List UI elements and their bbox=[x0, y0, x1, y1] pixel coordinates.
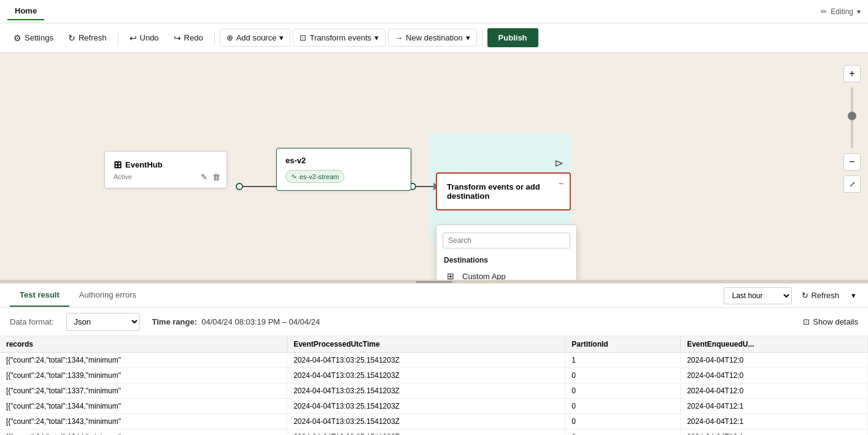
publish-button[interactable]: Publish bbox=[487, 28, 538, 47]
cell-records: [{"count":24,"total":1339,"minimum" bbox=[0, 368, 287, 383]
redo-icon: ↪ bbox=[174, 33, 181, 43]
canvas-area: ⊞ EventHub Active ✎ 🗑 es-v2 ∿ es-v2-stre… bbox=[0, 53, 868, 280]
cell-partition: 0 bbox=[565, 368, 681, 383]
bottom-panel: Test result Authoring errors Last hour L… bbox=[0, 283, 868, 435]
bottom-tabs: Test result Authoring errors Last hour L… bbox=[0, 283, 868, 308]
refresh-icon: ↻ bbox=[68, 33, 76, 43]
cell-partition: 0 bbox=[565, 383, 681, 399]
edit-icon[interactable]: ✎ bbox=[201, 172, 207, 182]
custom-app-icon: ⊞ bbox=[445, 271, 456, 280]
cell-time: 2024-04-04T13:03:25.1541203Z bbox=[287, 429, 565, 435]
table-row: [{"count":24,"total":1339,"minimum" 2024… bbox=[0, 368, 868, 383]
data-format-select[interactable]: Json CSV bbox=[66, 313, 140, 331]
bottom-tabs-left: Test result Authoring errors bbox=[10, 284, 146, 307]
undo-icon: ↩ bbox=[130, 33, 137, 43]
cell-records: [{"count":24,"total":1344,"minimum" bbox=[0, 429, 287, 435]
cell-enqueued: 2024-04-04T12:1 bbox=[681, 399, 868, 414]
show-details-icon: ⊡ bbox=[803, 317, 810, 326]
col-enqueued: EventEnqueuedU... bbox=[681, 336, 868, 353]
destination-custom-app[interactable]: ⊞ Custom App bbox=[436, 267, 576, 280]
toolbar-divider-1 bbox=[118, 31, 118, 45]
tab-authoring-errors[interactable]: Authoring errors bbox=[69, 284, 146, 307]
add-source-chevron: ▾ bbox=[279, 33, 284, 42]
new-destination-button[interactable]: → New destination ▾ bbox=[388, 29, 477, 47]
toolbar-divider-2 bbox=[214, 31, 215, 45]
time-range-display: Time range: 04/04/24 08:03:19 PM – 04/04… bbox=[152, 317, 320, 326]
data-table: records EventProcessedUtcTime PartitionI… bbox=[0, 336, 868, 434]
cell-records: [{"count":24,"total":1344,"minimum" bbox=[0, 399, 287, 414]
zoom-slider[interactable] bbox=[851, 87, 853, 148]
transform-title: Transform events or add destination bbox=[447, 182, 560, 201]
cell-time: 2024-04-04T13:03:25.1541203Z bbox=[287, 353, 565, 368]
node-esv2: es-v2 ∿ es-v2-stream bbox=[276, 148, 411, 191]
transform-chevron: ▾ bbox=[374, 33, 379, 42]
title-bar: Home ✏ Editing ▾ bbox=[0, 0, 868, 23]
home-tab[interactable]: Home bbox=[7, 2, 44, 20]
zoom-in-button[interactable]: + bbox=[843, 65, 861, 82]
zoom-out-button[interactable]: − bbox=[843, 153, 861, 171]
bottom-refresh-button[interactable]: ↻ Refresh bbox=[797, 288, 844, 302]
destination-search[interactable] bbox=[443, 233, 570, 248]
bottom-tabs-right: Last hour Last 6 hours Last 24 hours ↻ R… bbox=[724, 287, 858, 304]
cell-enqueued: 2024-04-04T12:0 bbox=[681, 368, 868, 383]
data-table-wrapper: records EventProcessedUtcTime PartitionI… bbox=[0, 336, 868, 434]
cell-enqueued: 2024-04-04T12:0 bbox=[681, 353, 868, 368]
col-partition: PartitionId bbox=[565, 336, 681, 353]
table-row: [{"count":24,"total":1344,"minimum" 2024… bbox=[0, 353, 868, 368]
exit-icon: ⊳ bbox=[554, 156, 564, 170]
col-event-time: EventProcessedUtcTime bbox=[287, 336, 565, 353]
transform-events-button[interactable]: ⊡ Transform events ▾ bbox=[293, 29, 386, 47]
cell-time: 2024-04-04T13:03:25.1541203Z bbox=[287, 414, 565, 429]
destination-dropdown: Destinations ⊞ Custom App ⌂ Lakehouse ⊡ … bbox=[436, 225, 577, 280]
cell-partition: 0 bbox=[565, 429, 681, 435]
add-source-icon: ⊕ bbox=[227, 33, 233, 42]
chevron-down-icon[interactable]: ▾ bbox=[857, 7, 861, 16]
refresh-button[interactable]: ↻ Refresh bbox=[62, 29, 113, 47]
node-eventhub: ⊞ EventHub Active ✎ 🗑 bbox=[104, 151, 227, 188]
settings-button[interactable]: ⚙ Settings bbox=[7, 29, 60, 47]
esv2-title: es-v2 bbox=[285, 156, 402, 165]
delete-icon[interactable]: 🗑 bbox=[212, 172, 220, 182]
table-row: [{"count":24,"total":1344,"minimum" 2024… bbox=[0, 429, 868, 435]
settings-icon: ⚙ bbox=[14, 33, 21, 43]
zoom-controls: + − ⤢ bbox=[843, 65, 861, 193]
time-range-select[interactable]: Last hour Last 6 hours Last 24 hours bbox=[724, 287, 792, 304]
toolbar: ⚙ Settings ↻ Refresh ↩ Undo ↪ Redo ⊕ Add… bbox=[0, 23, 868, 53]
add-source-button[interactable]: ⊕ Add source ▾ bbox=[220, 29, 291, 47]
toolbar-divider-3 bbox=[482, 31, 482, 45]
cell-time: 2024-04-04T13:03:25.1541203Z bbox=[287, 368, 565, 383]
cell-records: [{"count":24,"total":1337,"minimum" bbox=[0, 383, 287, 399]
table-row: [{"count":24,"total":1343,"minimum" 2024… bbox=[0, 414, 868, 429]
undo-button[interactable]: ↩ Undo bbox=[123, 29, 165, 47]
stream-icon: ∿ bbox=[291, 172, 296, 180]
destination-icon: → bbox=[395, 33, 403, 42]
cell-partition: 1 bbox=[565, 353, 681, 368]
zoom-fit-button[interactable]: ⤢ bbox=[843, 175, 861, 193]
expand-panel-button[interactable]: ▾ bbox=[849, 288, 858, 302]
destinations-section-title: Destinations bbox=[436, 253, 576, 267]
redo-button[interactable]: ↪ Redo bbox=[168, 29, 209, 47]
stream-badge: ∿ es-v2-stream bbox=[285, 170, 344, 183]
node-transform[interactable]: ⊳ Transform events or add destination − bbox=[436, 172, 571, 210]
cell-enqueued: 2024-04-04T12:1 bbox=[681, 414, 868, 429]
pencil-icon: ✏ bbox=[821, 7, 827, 16]
minimize-icon[interactable]: − bbox=[559, 179, 564, 188]
data-format-label: Data format: bbox=[10, 317, 54, 326]
svg-point-0 bbox=[236, 183, 242, 190]
col-records: records bbox=[0, 336, 287, 353]
show-details-button[interactable]: ⊡ Show details bbox=[803, 317, 858, 326]
transform-icon: ⊡ bbox=[300, 33, 306, 42]
eventhub-actions: ✎ 🗑 bbox=[201, 172, 220, 182]
bottom-refresh-icon: ↻ bbox=[802, 291, 808, 300]
cell-enqueued: 2024-04-04T12:0 bbox=[681, 383, 868, 399]
table-row: [{"count":24,"total":1344,"minimum" 2024… bbox=[0, 399, 868, 414]
cell-partition: 0 bbox=[565, 399, 681, 414]
cell-partition: 0 bbox=[565, 414, 681, 429]
editing-badge: ✏ Editing ▾ bbox=[821, 7, 861, 16]
tab-test-result[interactable]: Test result bbox=[10, 284, 69, 307]
new-destination-chevron: ▾ bbox=[466, 33, 470, 42]
cell-time: 2024-04-04T13:03:25.1541203Z bbox=[287, 399, 565, 414]
table-row: [{"count":24,"total":1337,"minimum" 2024… bbox=[0, 383, 868, 399]
separator-handle bbox=[416, 281, 452, 283]
cell-enqueued: 2024-04-04T12:1 bbox=[681, 429, 868, 435]
